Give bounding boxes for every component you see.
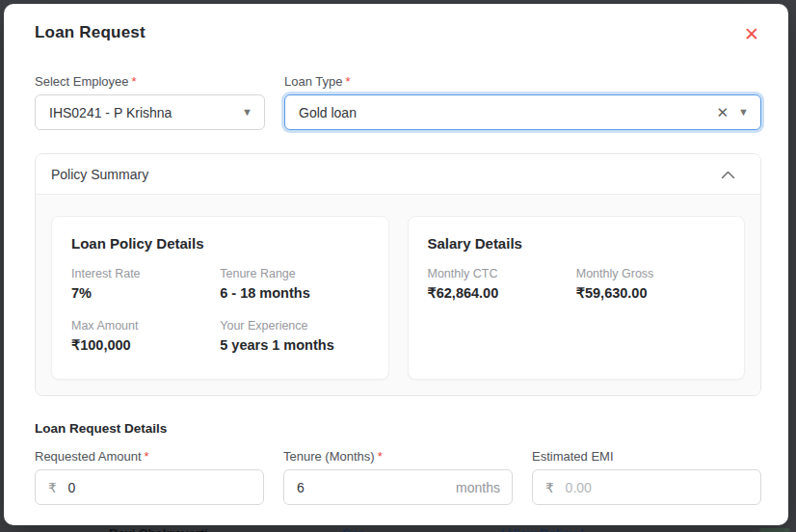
background-status-fragment — [759, 528, 790, 532]
top-fields-row: Select Employee* IHS0241 - P Krishna ▼ L… — [35, 74, 761, 130]
detail-label: Tenure Range — [220, 267, 368, 280]
tenure-field: Tenure (Months)* months — [283, 449, 513, 505]
background-employee-name: Ravi Chakravarti — [109, 526, 208, 532]
required-asterisk: * — [378, 449, 383, 464]
required-asterisk: * — [145, 449, 149, 464]
loan-request-details-heading: Loan Request Details — [35, 421, 761, 436]
requested-amount-label: Requested Amount* — [35, 449, 264, 464]
clear-icon[interactable]: ✕ — [717, 104, 739, 121]
policy-summary-title: Policy Summary — [51, 167, 148, 182]
policy-summary-header[interactable]: Policy Summary — [36, 154, 760, 195]
detail-tenure-range: Tenure Range 6 - 18 months — [220, 267, 368, 301]
detail-your-experience: Your Experience 5 years 1 months — [220, 319, 368, 353]
card-title: Salary Details — [428, 235, 726, 252]
tenure-input[interactable] — [297, 480, 355, 495]
detail-label: Interest Rate — [71, 267, 220, 280]
requested-amount-input[interactable] — [68, 480, 252, 495]
policy-summary-body: Loan Policy Details Interest Rate 7% Ten… — [36, 195, 760, 395]
detail-label: Monthly Gross — [576, 267, 725, 280]
required-asterisk: * — [132, 74, 137, 89]
loan-request-modal: Loan Request ✕ Select Employee* IHS0241 … — [4, 4, 788, 525]
chevron-down-icon: ▼ — [242, 107, 252, 118]
select-employee-label: Select Employee* — [35, 74, 265, 89]
background-table-row: Ravi Chakravarti Car | View Policy | — [0, 526, 796, 532]
select-employee-field: Select Employee* IHS0241 - P Krishna ▼ — [35, 74, 265, 130]
loan-type-select-value: Gold loan — [299, 105, 357, 120]
detail-monthly-gross: Monthly Gross ₹59,630.00 — [576, 267, 725, 301]
loan-type-field: Loan Type* Gold loan ✕ ▼ — [284, 74, 761, 130]
detail-max-amount: Max Amount ₹100,000 — [71, 319, 220, 353]
detail-label: Max Amount — [71, 319, 220, 332]
rupee-prefix: ₹ — [545, 480, 554, 495]
tenure-input-box: months — [283, 469, 513, 505]
loan-policy-details-card: Loan Policy Details Interest Rate 7% Ten… — [51, 216, 389, 380]
requested-amount-field: Requested Amount* ₹ — [35, 449, 264, 505]
card-fields: Monthly CTC ₹62,864.00 Monthly Gross ₹59… — [428, 267, 726, 301]
estimated-emi-label: Estimated EMI — [532, 449, 761, 464]
detail-value: ₹100,000 — [71, 337, 220, 353]
required-asterisk: * — [345, 74, 350, 89]
estimated-emi-input-box: ₹ — [532, 469, 761, 505]
detail-monthly-ctc: Monthly CTC ₹62,864.00 — [428, 267, 576, 301]
modal-title: Loan Request — [35, 23, 146, 42]
loan-request-fields-row: Requested Amount* ₹ Tenure (Months)* mon… — [35, 449, 761, 505]
estimated-emi-field: Estimated EMI ₹ — [532, 449, 761, 505]
employee-select-value: IHS0241 - P Krishna — [49, 105, 172, 120]
estimated-emi-input[interactable] — [566, 480, 749, 495]
card-fields: Interest Rate 7% Tenure Range 6 - 18 mon… — [71, 267, 369, 353]
close-icon[interactable]: ✕ — [744, 25, 759, 43]
requested-amount-input-box: ₹ — [35, 469, 264, 505]
employee-select[interactable]: IHS0241 - P Krishna ▼ — [35, 94, 265, 130]
background-loan-type-link: Car — [342, 526, 363, 532]
chevron-down-icon: ▼ — [738, 107, 749, 118]
rupee-prefix: ₹ — [48, 480, 57, 495]
tenure-label: Tenure (Months)* — [283, 449, 513, 464]
salary-details-card: Salary Details Monthly CTC ₹62,864.00 Mo… — [408, 216, 746, 380]
loan-type-select[interactable]: Gold loan ✕ ▼ — [284, 94, 761, 130]
policy-summary-panel: Policy Summary Loan Policy Details Inter… — [35, 153, 761, 396]
chevron-up-icon — [721, 171, 743, 179]
detail-interest-rate: Interest Rate 7% — [71, 267, 220, 301]
months-suffix: months — [456, 480, 500, 495]
modal-header: Loan Request ✕ — [35, 23, 761, 43]
detail-value: ₹62,864.00 — [428, 285, 576, 301]
detail-label: Monthly CTC — [428, 267, 576, 280]
detail-value: 5 years 1 months — [220, 337, 368, 353]
background-view-policy-link: | View Policy | — [501, 526, 584, 532]
card-title: Loan Policy Details — [71, 235, 369, 252]
detail-label: Your Experience — [220, 319, 368, 332]
detail-value: ₹59,630.00 — [576, 285, 725, 301]
loan-type-label: Loan Type* — [284, 74, 761, 89]
detail-value: 6 - 18 months — [220, 285, 368, 301]
detail-value: 7% — [71, 285, 220, 301]
